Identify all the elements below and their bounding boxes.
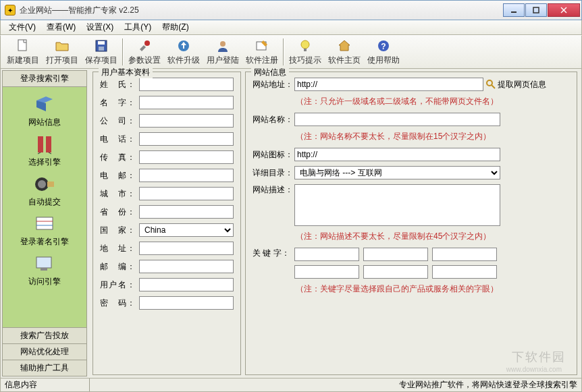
note-desc: （注：网站描述不要太长，尽量限制在45个汉字之内） — [296, 231, 570, 242]
menu-help[interactable]: 帮助(Z) — [157, 20, 194, 34]
input-city[interactable] — [139, 187, 234, 200]
menu-view[interactable]: 查看(W) — [41, 20, 81, 34]
menu-settings[interactable]: 设置(X) — [81, 20, 119, 34]
input-iconurl[interactable] — [294, 148, 500, 161]
input-postcode[interactable] — [139, 260, 234, 273]
toolbar-upgrade[interactable]: 软件升级 — [164, 36, 203, 67]
user-info-group: 用户基本资料 姓 氏： 名 字： 公 司： 电 话： 传 真： 电 邮： 城 市… — [92, 72, 241, 375]
magnifier-icon — [486, 80, 496, 89]
menu-tools[interactable]: 工具(Y) — [119, 20, 157, 34]
svg-rect-16 — [38, 136, 43, 152]
input-keyword-4[interactable] — [294, 265, 359, 279]
svg-rect-4 — [18, 40, 26, 51]
sidebar-item-engine[interactable]: 选择引擎 — [28, 132, 61, 169]
menu-file[interactable]: 文件(V) — [3, 20, 41, 34]
sidebar-item-siteinfo[interactable]: 网站信息 — [28, 92, 61, 130]
label-username: 用户名： — [100, 279, 135, 291]
close-button[interactable] — [548, 3, 580, 17]
select-country[interactable]: China — [139, 223, 234, 237]
home-icon — [337, 38, 352, 53]
sidebar-item-visit[interactable]: 访问引擎 — [28, 252, 61, 289]
input-keyword-2[interactable] — [363, 248, 428, 261]
textarea-desc[interactable] — [294, 184, 500, 226]
input-phone[interactable] — [139, 132, 234, 146]
label-phone: 电 话： — [100, 134, 135, 145]
input-keyword-3[interactable] — [432, 248, 497, 261]
site-info-group: 网站信息 网站地址： 提取网页信息 （注：只允许一级域名或二级域名，不能带网页文… — [245, 72, 577, 375]
toolbar-help[interactable]: ?使用帮助 — [364, 36, 403, 67]
toolbar-register[interactable]: 软件注册 — [242, 36, 282, 67]
user-group-title: 用户基本资料 — [99, 67, 153, 78]
visit-icon — [34, 253, 55, 275]
svg-point-19 — [38, 180, 46, 188]
maximize-button[interactable] — [525, 3, 547, 17]
toolbar-params[interactable]: 参数设置 — [125, 36, 164, 67]
input-firstname[interactable] — [139, 96, 234, 109]
label-firstname: 名 字： — [100, 97, 135, 109]
input-lastname[interactable] — [139, 78, 234, 91]
input-password[interactable] — [139, 296, 234, 310]
tools-icon — [137, 38, 152, 53]
sidebar-footer-tools[interactable]: 辅助推广工具 — [2, 360, 87, 376]
submit-icon — [34, 173, 55, 195]
input-company[interactable] — [139, 114, 234, 128]
sidebar-header[interactable]: 登录搜索引擎 — [2, 70, 87, 87]
tip-icon — [298, 38, 313, 53]
toolbar-new[interactable]: 新建项目 — [3, 36, 43, 67]
sidebar-item-submit[interactable]: 自动提交 — [28, 172, 61, 209]
app-icon: ✦ — [5, 5, 16, 16]
menubar: 文件(V) 查看(W) 设置(X) 工具(Y) 帮助(Z) — [0, 20, 582, 35]
svg-rect-1 — [533, 7, 539, 13]
toolbar-login[interactable]: 用户登陆 — [203, 36, 242, 67]
toolbar-separator — [122, 38, 124, 65]
input-username[interactable] — [139, 278, 234, 291]
sidebar: 登录搜索引擎 网站信息 选择引擎 自动提交 登录著名引擎 访问引擎 搜索广告投放… — [1, 69, 88, 378]
input-address[interactable] — [139, 242, 234, 255]
toolbar-save[interactable]: 保存项目 — [82, 36, 121, 67]
engine-icon — [34, 134, 55, 155]
input-email[interactable] — [139, 169, 234, 182]
svg-line-27 — [492, 85, 495, 88]
content: 用户基本资料 姓 氏： 名 字： 公 司： 电 话： 传 真： 电 邮： 城 市… — [88, 69, 581, 378]
note-keywords: （注：关键字尽量选择跟自己的产品或服务相关的字眼） — [296, 283, 570, 295]
svg-rect-20 — [47, 181, 54, 187]
input-fax[interactable] — [139, 150, 234, 164]
input-sitename[interactable] — [294, 113, 500, 126]
input-keyword-6[interactable] — [432, 265, 497, 279]
svg-point-26 — [487, 80, 492, 86]
svg-rect-13 — [304, 49, 307, 51]
toolbar-tips[interactable]: 技巧提示 — [286, 36, 325, 67]
status-left: 信息内容 — [1, 379, 90, 391]
register-icon — [255, 38, 269, 53]
sidebar-footer-seo[interactable]: 网站优化处理 — [2, 344, 87, 360]
label-address: 地 址： — [100, 243, 135, 254]
site-group-title: 网站信息 — [251, 67, 289, 78]
input-keyword-1[interactable] — [294, 248, 359, 261]
sidebar-item-famous[interactable]: 登录著名引擎 — [20, 212, 69, 249]
minimize-button[interactable] — [503, 3, 525, 17]
label-keywords: 关 键 字： — [253, 248, 292, 259]
label-sitename: 网站名称： — [253, 114, 292, 125]
input-url[interactable] — [294, 78, 483, 91]
fetch-button[interactable]: 提取网页信息 — [486, 79, 546, 90]
svg-rect-25 — [41, 268, 47, 271]
label-password: 密 码： — [100, 298, 135, 309]
input-keyword-5[interactable] — [363, 265, 428, 279]
svg-text:?: ? — [381, 42, 386, 51]
input-province[interactable] — [139, 205, 234, 219]
label-postcode: 邮 编： — [100, 261, 135, 273]
toolbar-open[interactable]: 打开项目 — [43, 36, 82, 67]
svg-rect-6 — [98, 41, 105, 45]
sidebar-panel: 网站信息 选择引擎 自动提交 登录著名引擎 访问引擎 — [2, 87, 87, 328]
select-category[interactable]: 电脑与网络 ---> 互联网 — [294, 166, 500, 179]
svg-point-10 — [220, 41, 226, 47]
svg-point-8 — [144, 40, 150, 46]
status-right: 专业网站推广软件，将网站快速登录全球搜索引擎 — [90, 379, 581, 391]
sidebar-footer-ads[interactable]: 搜索广告投放 — [2, 328, 87, 344]
label-email: 电 邮： — [100, 170, 135, 181]
user-icon — [215, 38, 230, 53]
label-province: 省 份： — [100, 206, 135, 218]
svg-rect-7 — [99, 47, 104, 51]
toolbar-home[interactable]: 软件主页 — [325, 36, 364, 67]
help-icon: ? — [376, 38, 391, 53]
